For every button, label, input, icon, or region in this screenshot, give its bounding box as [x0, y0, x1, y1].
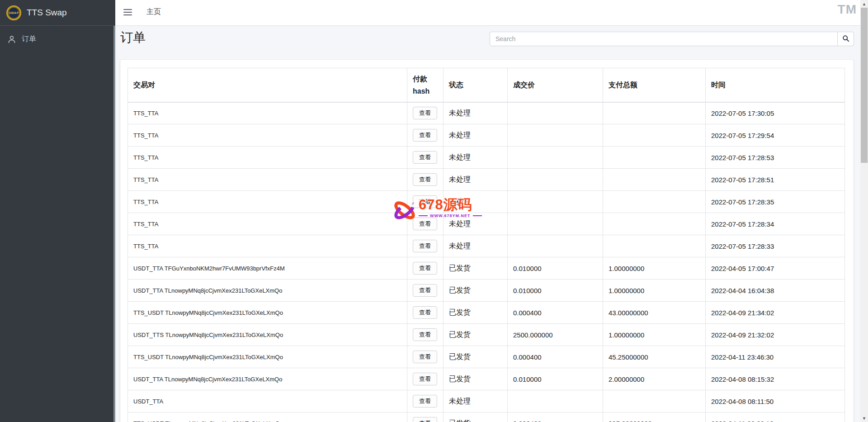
view-button[interactable]: 查看 [413, 107, 437, 119]
sidebar-item-label: 订单 [22, 34, 36, 44]
cell-total: 995.00000000 [603, 413, 706, 422]
cell-hash: 查看 [407, 280, 443, 302]
cell-time: 2022-07-05 17:30:05 [706, 102, 845, 124]
cell-price [508, 191, 603, 213]
cell-hash: 查看 [407, 302, 443, 324]
cell-total: 45.25000000 [603, 346, 706, 368]
cell-status: 未处理 [443, 235, 508, 257]
cell-hash: 查看 [407, 413, 443, 422]
brand[interactable]: SWAP TTS Swap [0, 0, 115, 26]
cell-pair: TTS_TTA [128, 102, 407, 124]
table-row: TTS_TTA查看未处理2022-07-05 17:28:34 [128, 213, 845, 235]
cell-hash: 查看 [407, 124, 443, 147]
scrollbar-thumb[interactable] [861, 8, 868, 163]
cell-status: 已发货 [443, 257, 508, 280]
cell-hash: 查看 [407, 368, 443, 390]
view-button[interactable]: 查看 [413, 351, 437, 363]
view-button[interactable]: 查看 [413, 417, 437, 422]
cell-time: 2022-04-11 23:46:30 [706, 346, 845, 368]
cell-price [508, 102, 603, 124]
cell-total [603, 102, 706, 124]
cell-status: 已发货 [443, 324, 508, 346]
page-title: 订单 [120, 29, 146, 46]
column-header: 时间 [706, 68, 845, 102]
table-row: USDT_TTA查看未处理2022-04-08 08:11:50 [128, 390, 845, 413]
cell-status: 未处理 [443, 124, 508, 147]
nav-link-home[interactable]: 主页 [146, 7, 161, 17]
cell-total: 1.00000000 [603, 324, 706, 346]
cell-price [508, 390, 603, 413]
column-header: 成交价 [508, 68, 603, 102]
search-input[interactable] [490, 32, 838, 46]
scroll-down-icon[interactable]: ▼ [860, 414, 868, 422]
hamburger-icon[interactable] [123, 7, 133, 17]
view-button[interactable]: 查看 [413, 306, 437, 319]
cell-total [603, 213, 706, 235]
search-button[interactable] [837, 32, 854, 46]
sidebar-item-orders[interactable]: 订单 [4, 30, 112, 48]
cell-hash: 查看 [407, 324, 443, 346]
cell-price: 0.000400 [508, 413, 603, 422]
view-button[interactable]: 查看 [413, 373, 437, 385]
sidebar: SWAP TTS Swap 订单 [0, 0, 115, 422]
cell-time: 2022-04-08 08:11:50 [706, 390, 845, 413]
cell-pair: USDT_TTA TLnowpyMNq8jcCjvmXex231LToGXeLX… [128, 280, 407, 302]
cell-pair: TTS_TTA [128, 191, 407, 213]
table-row: TTS_TTA查看未处理2022-07-05 17:28:35 [128, 191, 845, 213]
view-button[interactable]: 查看 [413, 151, 437, 164]
table-header-row: 交易对付款 hash状态成交价支付总额时间 [128, 68, 845, 102]
table-row: TTS_USDT TLnowpyMNq8jcCjvmXex231LToGXeLX… [128, 302, 845, 324]
table-row: TTS_USDT TLnowpyMNq8jcCjvmXex231LToGXeLX… [128, 413, 845, 422]
app: SWAP TTS Swap 订单 主页 TM [0, 0, 868, 422]
cell-time: 2022-04-11 23:29:10 [706, 413, 845, 422]
view-button[interactable]: 查看 [413, 284, 437, 297]
cell-hash: 查看 [407, 346, 443, 368]
cell-price: 0.000400 [508, 302, 603, 324]
cell-hash: 查看 [407, 235, 443, 257]
cell-pair: TTS_TTA [128, 235, 407, 257]
view-button[interactable]: 查看 [413, 129, 437, 142]
user-icon [7, 35, 16, 44]
sidebar-scrollbar[interactable] [113, 26, 115, 422]
watermark: 678源码 WWW.678YM.NET [392, 197, 482, 225]
search-icon [842, 35, 849, 43]
cell-pair: TTS_TTA [128, 213, 407, 235]
cell-hash: 查看 [407, 257, 443, 280]
view-button[interactable]: 查看 [413, 173, 437, 186]
scroll-up-icon[interactable]: ▲ [860, 0, 868, 8]
watermark-title: 678源码 [419, 197, 482, 213]
cell-time: 2022-04-09 21:34:02 [706, 302, 845, 324]
cell-total: 1.00000000 [603, 257, 706, 280]
cell-total [603, 235, 706, 257]
column-header: 状态 [443, 68, 508, 102]
cell-status: 已发货 [443, 302, 508, 324]
cell-total [603, 169, 706, 191]
table-row: USDT_TTA TFGuYxnboNKM2hwr7FvUMW93bprVfxF… [128, 257, 845, 280]
table-row: USDT_TTA TLnowpyMNq8jcCjvmXex231LToGXeLX… [128, 368, 845, 390]
cell-time: 2022-04-08 08:15:32 [706, 368, 845, 390]
table-row: TTS_TTA查看未处理2022-07-05 17:29:54 [128, 124, 845, 147]
view-button[interactable]: 查看 [413, 262, 437, 275]
page-scrollbar[interactable]: ▲ ▼ [860, 0, 868, 422]
trademark-label: TM [838, 2, 857, 17]
search-group [490, 32, 854, 46]
cell-time: 2022-04-04 16:04:38 [706, 280, 845, 302]
cell-hash: 查看 [407, 147, 443, 169]
column-header: 付款 hash [407, 68, 443, 102]
cell-hash: 查看 [407, 169, 443, 191]
cell-total [603, 124, 706, 147]
cell-pair: TTS_TTA [128, 147, 407, 169]
watermark-dash [419, 215, 428, 216]
cell-status: 未处理 [443, 147, 508, 169]
cell-pair: USDT_TTS TLnowpyMNq8jcCjvmXex231LToGXeLX… [128, 324, 407, 346]
cell-price: 0.010000 [508, 280, 603, 302]
cell-total: 1.00000000 [603, 280, 706, 302]
view-button[interactable]: 查看 [413, 240, 437, 252]
sidebar-nav: 订单 [0, 26, 115, 52]
table-body: TTS_TTA查看未处理2022-07-05 17:30:05TTS_TTA查看… [128, 102, 845, 422]
view-button[interactable]: 查看 [413, 328, 437, 341]
table-row: TTS_USDT TLnowpyMNq8jcCjvmXex231LToGXeLX… [128, 346, 845, 368]
view-button[interactable]: 查看 [413, 395, 437, 408]
orders-table: 交易对付款 hash状态成交价支付总额时间 TTS_TTA查看未处理2022-0… [127, 68, 845, 422]
cell-price [508, 235, 603, 257]
